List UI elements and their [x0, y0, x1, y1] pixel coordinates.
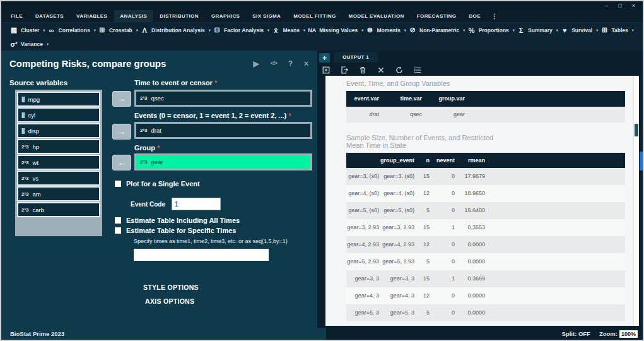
checkbox-box[interactable]: [115, 181, 121, 187]
ribbon-cluster[interactable]: ▦Cluster▾: [10, 26, 45, 34]
menu-item-analysis[interactable]: ANALYSIS: [114, 10, 153, 22]
menu-item-variables[interactable]: VARIABLES: [71, 10, 113, 22]
list-icon[interactable]: [414, 66, 421, 74]
transfer-time-button[interactable]: →: [112, 91, 131, 107]
maximize-icon[interactable]: □: [618, 3, 621, 9]
zoom-value[interactable]: 100%: [619, 330, 638, 338]
style-options-button[interactable]: STYLE OPTIONS: [143, 284, 199, 291]
menu-item-doe[interactable]: DOE: [463, 10, 486, 22]
table-cell: gear=3, 3: [346, 270, 385, 287]
menu-item-model-fitting[interactable]: MODEL FITTING: [288, 10, 341, 22]
refresh-icon[interactable]: [395, 66, 403, 74]
output-panel: + OUTPUT 1: [317, 51, 643, 328]
close-icon[interactable]: ×: [632, 3, 635, 9]
table-cell: gear=4, (s0): [385, 185, 421, 202]
group-field[interactable]: 2¹3 gear: [134, 153, 312, 170]
menu-item-forecasting[interactable]: FORECASTING: [411, 10, 462, 22]
single-event-checkbox[interactable]: Plot for a Single Event: [115, 180, 200, 188]
ribbon-summary[interactable]: ΣSummary▾: [517, 27, 558, 34]
ribbon-proportions[interactable]: %Proportions▾: [468, 27, 515, 34]
menu-item-graphics[interactable]: GRAPHICS: [206, 10, 245, 22]
checkbox-box[interactable]: [115, 217, 121, 224]
panel-run-icon[interactable]: ▶: [253, 60, 259, 68]
table-cell: 15.6400: [461, 202, 491, 219]
table-cell: 0.3553: [461, 219, 491, 236]
ribbon-means[interactable]: x̄Means▾: [272, 27, 305, 34]
ribbon-correlations[interactable]: ∞Correlations▾: [48, 27, 96, 34]
add-output-tab-button[interactable]: +: [319, 53, 330, 63]
ribbon-distribution-analysis[interactable]: ΛDistribution Analysis▾: [141, 27, 211, 34]
variable-item-mpg[interactable]: |||mpg: [17, 92, 100, 107]
title-bar: – □ ×: [1, 1, 643, 10]
ribbon-missing-values[interactable]: NAMissing Values▾: [308, 27, 363, 33]
add-output-icon[interactable]: [322, 66, 330, 74]
table-header-row: event.vartime.vargroup.var: [346, 91, 625, 107]
split-status[interactable]: Split: OFF: [562, 330, 590, 337]
tab-output-1[interactable]: OUTPUT 1: [334, 52, 378, 63]
table-cell: 0: [436, 287, 461, 304]
ribbon-label: Moments: [377, 27, 400, 33]
table-cell: 1: [436, 219, 461, 236]
menu-item-datasets[interactable]: DATASETS: [30, 10, 69, 22]
tables-icon: ⊞: [601, 26, 609, 34]
variable-item-am[interactable]: 2¹3am: [17, 186, 100, 201]
specific-times-checkbox[interactable]: Estimate Table for Specific Times: [115, 227, 236, 234]
ribbon-label: Missing Values: [319, 27, 358, 33]
main-area: Competing Risks, compare groups ▶</>?× S…: [1, 51, 643, 328]
ribbon-variance[interactable]: σ²Variance▾: [10, 40, 49, 48]
variable-item-wt[interactable]: 2¹3wt: [17, 155, 100, 170]
menu-item-distribution[interactable]: DISTRIBUTION: [154, 10, 204, 22]
menu-item-six-sigma[interactable]: SIX SIGMA: [247, 10, 286, 22]
ribbon-crosstab[interactable]: ⊞Crosstab▾: [98, 26, 138, 34]
time-field-label: Time to event or censor*: [134, 79, 217, 87]
cluster-icon: ▦: [10, 26, 18, 34]
table-header-row: group_eventnneventrmean: [346, 153, 625, 168]
close-output-icon[interactable]: [377, 66, 385, 74]
ribbon-non-parametric[interactable]: ⊘Non-Parametric▾: [409, 26, 465, 34]
variable-item-cyl[interactable]: |||cyl: [17, 107, 100, 123]
transfer-events-button[interactable]: →: [112, 124, 131, 140]
menu-item-model-evaluation[interactable]: MODEL EVALUATION: [343, 10, 410, 22]
ribbon-factor-analysis[interactable]: ⊡Factor Analysis▾: [213, 26, 269, 34]
output-scrollbar-thumb[interactable]: [635, 124, 638, 136]
checkbox-box[interactable]: [115, 227, 121, 234]
axis-options-button[interactable]: AXIS OPTIONS: [145, 297, 194, 305]
zoom-control: Zoom: 100%: [599, 330, 638, 338]
ribbon-survival[interactable]: ♥Survival▾: [561, 27, 598, 34]
table-row: gear=4, 2.93gear=4, 2.931200.0000: [346, 236, 625, 253]
table-cell: gear=3, (s0): [385, 168, 421, 185]
menu-overflow-icon[interactable]: ⋮: [488, 10, 501, 22]
ribbon-label: Distribution Analysis: [151, 27, 205, 33]
event-code-input[interactable]: [172, 198, 221, 210]
variable-name: cyl: [28, 112, 36, 119]
table-row: gear=5, 3gear=5, 3500.0000: [346, 304, 625, 321]
ribbon-moments[interactable]: ⊛Moments▾: [366, 26, 406, 34]
chevron-down-icon: ▾: [303, 28, 305, 32]
variable-item-carb[interactable]: 2¹3carb: [17, 202, 100, 217]
table-header-cell: group_event: [385, 153, 421, 168]
chevron-down-icon: ▾: [94, 28, 96, 32]
variable-item-vs[interactable]: 2¹3vs: [17, 170, 100, 186]
variable-item-hp[interactable]: 2¹3hp: [17, 139, 100, 154]
table-cell: 5: [421, 304, 436, 321]
remove-group-button[interactable]: ←: [112, 155, 131, 170]
variable-item-disp[interactable]: |||disp: [17, 123, 100, 138]
panel-help-icon[interactable]: ?: [288, 60, 293, 68]
export-icon[interactable]: [341, 66, 348, 74]
variable-name: hp: [33, 143, 40, 150]
output-scrollbar[interactable]: [633, 76, 639, 326]
table-cell: 0: [436, 202, 461, 219]
panel-scrollbar-thumb[interactable]: [640, 152, 643, 170]
all-times-checkbox[interactable]: Estimate Table Including All Times: [115, 217, 240, 224]
minimize-icon[interactable]: –: [605, 3, 608, 9]
trash-icon[interactable]: [359, 66, 366, 74]
ribbon-tables[interactable]: ⊞Tables▾: [601, 26, 634, 34]
times-input[interactable]: [134, 249, 269, 261]
required-asterisk: *: [157, 144, 160, 152]
events-field[interactable]: 2¹3 drat: [134, 122, 312, 139]
status-right: Split: OFF Zoom: 100%: [326, 328, 643, 340]
time-field[interactable]: 2¹3 qsec: [134, 90, 312, 107]
menu-item-file[interactable]: FILE: [5, 10, 28, 22]
panel-close-icon[interactable]: ×: [304, 60, 308, 68]
panel-code-icon[interactable]: </>: [271, 61, 277, 66]
